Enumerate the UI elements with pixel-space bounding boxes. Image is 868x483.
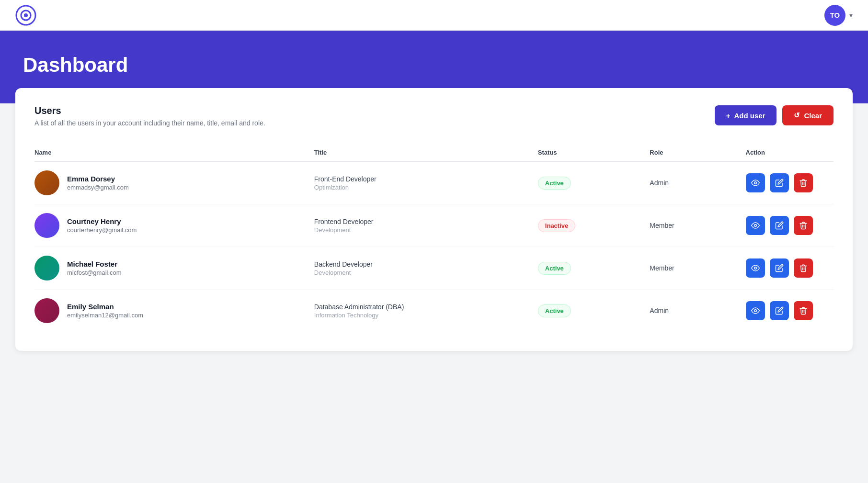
eye-icon [751, 221, 760, 230]
svg-point-4 [754, 225, 756, 227]
col-header-role: Role [650, 144, 745, 161]
user-name-cell: Michael Foster micfost@gmail.com [34, 247, 314, 290]
user-title-cell: Backend Developer Development [314, 247, 538, 290]
user-email: emmadsy@gmail.com [67, 184, 129, 191]
user-title-main: Front-End Developer [314, 175, 530, 183]
table-row: Michael Foster micfost@gmail.com Backend… [34, 247, 834, 290]
refresh-icon: ↺ [794, 111, 800, 120]
table-header-row: Name Title Status Role Action [34, 144, 834, 161]
users-section-subtitle: A list of all the users in your account … [34, 119, 265, 127]
user-role: Member [650, 222, 674, 229]
avatar [34, 170, 59, 195]
user-info: Courtney Henry courterhenry@gmail.com [34, 213, 307, 238]
col-header-action: Action [746, 144, 834, 161]
card-header-text: Users A list of all the users in your ac… [34, 105, 265, 127]
user-action-cell [746, 247, 834, 290]
svg-point-5 [754, 267, 756, 270]
col-header-title: Title [314, 144, 538, 161]
user-title-sub: Development [314, 226, 530, 234]
edit-icon [775, 179, 784, 187]
table-row: Emma Dorsey emmadsy@gmail.com Front-End … [34, 161, 834, 204]
clear-button[interactable]: ↺ Clear [782, 105, 834, 125]
users-card: Users A list of all the users in your ac… [15, 88, 853, 351]
users-table: Name Title Status Role Action Emma Dorse… [34, 144, 834, 332]
user-status-cell: Inactive [538, 204, 650, 247]
users-section-title: Users [34, 105, 265, 116]
user-title-sub: Development [314, 269, 530, 276]
delete-button[interactable] [794, 216, 813, 235]
user-full-name: Emily Selman [67, 303, 143, 311]
action-buttons [746, 216, 826, 235]
edit-icon [775, 221, 784, 230]
add-user-button[interactable]: + Add user [715, 105, 777, 125]
user-name-cell: Courtney Henry courterhenry@gmail.com [34, 204, 314, 247]
view-button[interactable] [746, 216, 765, 235]
company-logo-icon [15, 5, 36, 26]
main-content: Users A list of all the users in your ac… [0, 88, 868, 374]
card-actions: + Add user ↺ Clear [715, 105, 834, 125]
eye-icon [751, 179, 760, 187]
eye-icon [751, 264, 760, 272]
svg-point-3 [754, 182, 756, 184]
user-full-name: Courtney Henry [67, 217, 137, 225]
user-text-info: Michael Foster micfost@gmail.com [67, 260, 122, 276]
delete-button[interactable] [794, 258, 813, 278]
clear-label: Clear [804, 112, 822, 120]
user-full-name: Emma Dorsey [67, 175, 129, 183]
user-role-cell: Member [650, 204, 745, 247]
edit-button[interactable] [770, 258, 789, 278]
user-status-cell: Active [538, 290, 650, 332]
user-title-main: Frontend Developer [314, 218, 530, 225]
plus-icon: + [726, 112, 731, 120]
action-buttons [746, 173, 826, 192]
svg-point-6 [754, 310, 756, 312]
avatar [34, 213, 59, 238]
status-badge: Active [538, 177, 571, 190]
user-name-cell: Emma Dorsey emmadsy@gmail.com [34, 161, 314, 204]
view-button[interactable] [746, 258, 765, 278]
user-text-info: Courtney Henry courterhenry@gmail.com [67, 217, 137, 234]
user-role-cell: Admin [650, 290, 745, 332]
user-menu-chevron[interactable]: ▾ [849, 11, 853, 19]
eye-icon [751, 306, 760, 315]
user-role: Member [650, 264, 674, 272]
user-title-sub: Optimization [314, 184, 530, 191]
user-title-cell: Frontend Developer Development [314, 204, 538, 247]
delete-button[interactable] [794, 173, 813, 192]
user-action-cell [746, 161, 834, 204]
user-title-cell: Database Administrator (DBA) Information… [314, 290, 538, 332]
user-role: Admin [650, 179, 669, 187]
user-title-main: Backend Developer [314, 260, 530, 268]
col-header-name: Name [34, 144, 314, 161]
edit-button[interactable] [770, 216, 789, 235]
top-navigation: TO ▾ [0, 0, 868, 31]
status-badge: Active [538, 304, 571, 317]
action-buttons [746, 301, 826, 320]
edit-icon [775, 264, 784, 272]
edit-button[interactable] [770, 301, 789, 320]
avatar [34, 256, 59, 281]
user-role: Admin [650, 307, 669, 315]
view-button[interactable] [746, 173, 765, 192]
view-button[interactable] [746, 301, 765, 320]
table-row: Courtney Henry courterhenry@gmail.com Fr… [34, 204, 834, 247]
status-badge: Inactive [538, 219, 575, 232]
user-status-cell: Active [538, 247, 650, 290]
user-action-cell [746, 290, 834, 332]
user-info: Emma Dorsey emmadsy@gmail.com [34, 170, 307, 195]
edit-icon [775, 306, 784, 315]
col-header-status: Status [538, 144, 650, 161]
user-info: Emily Selman emilyselman12@gmail.com [34, 298, 307, 323]
edit-button[interactable] [770, 173, 789, 192]
nav-right: TO ▾ [824, 5, 853, 26]
trash-icon [799, 306, 808, 315]
user-avatar-nav[interactable]: TO [824, 5, 845, 26]
user-role-cell: Admin [650, 161, 745, 204]
user-status-cell: Active [538, 161, 650, 204]
user-role-cell: Member [650, 247, 745, 290]
user-full-name: Michael Foster [67, 260, 122, 268]
user-text-info: Emma Dorsey emmadsy@gmail.com [67, 175, 129, 191]
status-badge: Active [538, 262, 571, 275]
user-name-cell: Emily Selman emilyselman12@gmail.com [34, 290, 314, 332]
delete-button[interactable] [794, 301, 813, 320]
